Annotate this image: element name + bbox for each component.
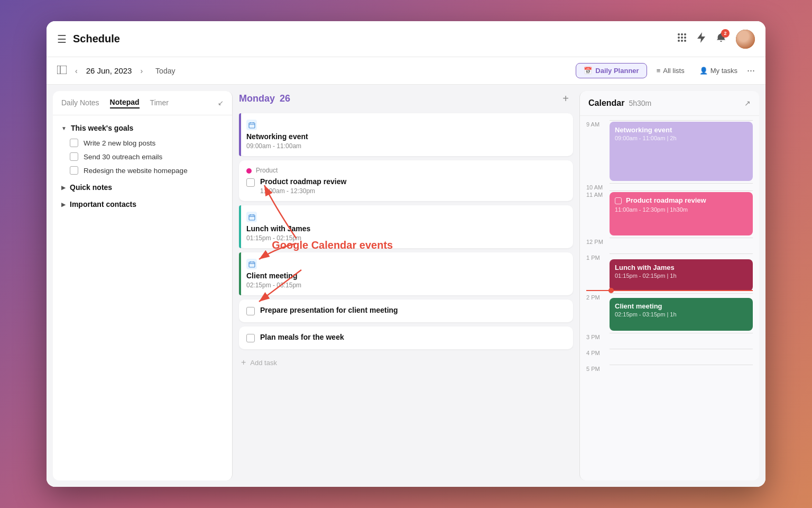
calendar-task-icon bbox=[246, 120, 257, 130]
cal-event-client-time: 02:15pm - 03:15pm | 1h bbox=[615, 311, 748, 318]
svg-rect-15 bbox=[249, 215, 255, 220]
time-row-4pm: 4 PM bbox=[586, 349, 753, 365]
time-row-3pm: 3 PM bbox=[586, 333, 753, 349]
daily-planner-button[interactable]: 📅 Daily Planner bbox=[576, 63, 647, 78]
cal-event-product-title: Product roadmap review bbox=[626, 196, 706, 204]
avatar[interactable] bbox=[736, 30, 755, 49]
left-panel: Daily Notes Notepad Timer ↙ ▼ This week'… bbox=[53, 91, 233, 480]
task-client: Client meeting 02:15pm - 03:15pm bbox=[239, 252, 573, 295]
task-title-product: Product roadmap review bbox=[260, 177, 346, 186]
expand-contacts-icon: ▶ bbox=[61, 202, 66, 207]
task-checkbox-meals[interactable] bbox=[246, 334, 255, 342]
important-contacts-section[interactable]: ▶ Important contacts bbox=[61, 200, 224, 208]
day-name: Monday bbox=[239, 93, 275, 104]
task-title-networking: Networking event bbox=[246, 132, 566, 141]
time-label-12pm: 12 PM bbox=[586, 238, 610, 253]
cal-event-product-checkbox[interactable] bbox=[615, 197, 622, 204]
cal-event-client[interactable]: Client meeting 02:15pm - 03:15pm | 1h bbox=[610, 298, 753, 331]
time-label-10am: 10 AM bbox=[586, 183, 610, 190]
calendar-header: Calendar 5h30m ↗ bbox=[580, 91, 759, 116]
goals-section-header[interactable]: ▼ This week's goals bbox=[61, 124, 224, 132]
notepad-content: ▼ This week's goals Write 2 new blog pos… bbox=[53, 115, 232, 480]
time-label-2pm: 2 PM bbox=[586, 293, 610, 301]
right-panel: Calendar 5h30m ↗ 9 AM Networking event 0… bbox=[579, 91, 759, 480]
goal-checkbox-1[interactable] bbox=[70, 139, 78, 147]
day-num: 26 bbox=[277, 93, 290, 104]
now-line bbox=[586, 290, 753, 291]
product-label: Product bbox=[256, 167, 278, 174]
svg-point-1 bbox=[681, 33, 683, 35]
notification-icon[interactable]: 2 bbox=[716, 32, 726, 46]
cal-event-networking-title: Networking event bbox=[615, 126, 748, 134]
task-header-lunch bbox=[246, 212, 566, 222]
goal-text-2: Send 30 outreach emails bbox=[84, 153, 162, 161]
task-time-lunch: 01:15pm - 02:15pm bbox=[246, 234, 566, 242]
my-tasks-button[interactable]: 👤 My tasks bbox=[694, 64, 743, 78]
cal-event-networking-time: 09:00am - 11:00am | 2h bbox=[615, 135, 748, 141]
all-lists-label: All lists bbox=[663, 67, 684, 75]
task-checkbox-presentation[interactable] bbox=[246, 307, 255, 315]
grid-icon[interactable] bbox=[677, 32, 687, 46]
goal-checkbox-2[interactable] bbox=[70, 152, 78, 161]
time-row-2pm: 2 PM Client meeting 02:15pm - 03:15pm | … bbox=[586, 293, 753, 333]
goals-title: This week's goals bbox=[71, 124, 134, 132]
task-meals: Plan meals for the week bbox=[239, 326, 573, 349]
time-label-11am: 11 AM bbox=[586, 190, 610, 198]
svg-point-2 bbox=[684, 33, 686, 35]
prev-arrow[interactable]: ‹ bbox=[73, 65, 80, 77]
cal-event-networking[interactable]: Networking event 09:00am - 11:00am | 2h bbox=[610, 122, 753, 181]
time-row-5pm: 5 PM bbox=[586, 365, 753, 380]
task-header-client bbox=[246, 259, 566, 269]
svg-point-8 bbox=[684, 40, 686, 42]
app-window: ☰ Schedule bbox=[47, 21, 765, 487]
goal-checkbox-3[interactable] bbox=[70, 166, 78, 175]
person-icon: 👤 bbox=[699, 67, 708, 75]
svg-point-0 bbox=[678, 33, 680, 35]
quick-notes-title: Quick notes bbox=[70, 183, 112, 192]
add-task-row[interactable]: + Add task bbox=[239, 353, 573, 371]
expand-calendar-icon[interactable]: ↗ bbox=[744, 99, 751, 107]
time-row-12pm: 12 PM bbox=[586, 238, 753, 253]
expand-quick-notes-icon: ▶ bbox=[61, 185, 66, 190]
today-button[interactable]: Today bbox=[151, 65, 179, 77]
calendar-title: Calendar bbox=[588, 98, 624, 108]
time-row-11am: 11 AM Product roadmap review 11:00am - 1… bbox=[586, 190, 753, 238]
time-label-3pm: 3 PM bbox=[586, 333, 610, 349]
next-arrow[interactable]: › bbox=[138, 65, 145, 77]
tab-notepad[interactable]: Notepad bbox=[110, 98, 140, 108]
svg-rect-19 bbox=[249, 262, 255, 267]
svg-rect-9 bbox=[57, 66, 67, 74]
tab-daily-notes[interactable]: Daily Notes bbox=[61, 98, 99, 108]
add-day-button[interactable]: + bbox=[558, 91, 573, 106]
cal-event-client-title: Client meeting bbox=[615, 302, 748, 310]
cal-event-product[interactable]: Product roadmap review 11:00am - 12:30pm… bbox=[610, 192, 753, 235]
app-title: Schedule bbox=[73, 33, 670, 45]
list-icon: ≡ bbox=[657, 67, 661, 75]
sidebar-toggle[interactable] bbox=[57, 66, 67, 76]
task-checkbox-product[interactable] bbox=[246, 178, 255, 187]
my-tasks-label: My tasks bbox=[710, 67, 737, 75]
cal-event-lunch-time: 01:15pm - 02:15pm | 1h bbox=[615, 273, 748, 279]
svg-point-3 bbox=[678, 37, 680, 39]
top-right-icons: 2 bbox=[677, 30, 755, 49]
task-time-product: 11:00am - 12:30pm bbox=[260, 187, 346, 195]
add-task-icon: + bbox=[241, 358, 246, 367]
task-time-networking: 09:00am - 11:00am bbox=[246, 142, 566, 150]
more-button[interactable]: ··· bbox=[747, 65, 755, 76]
bolt-icon[interactable] bbox=[697, 32, 706, 46]
task-time-client: 02:15pm - 03:15pm bbox=[246, 282, 566, 289]
task-row-product: Product roadmap review 11:00am - 12:30pm bbox=[246, 177, 566, 195]
notification-badge: 2 bbox=[721, 29, 730, 38]
menu-icon[interactable]: ☰ bbox=[57, 33, 67, 46]
quick-notes-section[interactable]: ▶ Quick notes bbox=[61, 183, 224, 192]
goal-item-3: Redesign the website homepage bbox=[61, 166, 224, 175]
expand-goals-icon: ▼ bbox=[61, 125, 67, 131]
tab-timer[interactable]: Timer bbox=[150, 98, 169, 108]
time-spacer-10am: 10 AM bbox=[586, 183, 753, 190]
collapse-icon[interactable]: ↙ bbox=[218, 99, 224, 107]
cal-event-lunch[interactable]: Lunch with James 01:15pm - 02:15pm | 1h bbox=[610, 259, 753, 291]
time-label-4pm: 4 PM bbox=[586, 349, 610, 365]
task-presentation: Prepare presentation for client meeting bbox=[239, 300, 573, 322]
all-lists-button[interactable]: ≡ All lists bbox=[651, 64, 690, 78]
goal-text-3: Redesign the website homepage bbox=[84, 167, 188, 175]
